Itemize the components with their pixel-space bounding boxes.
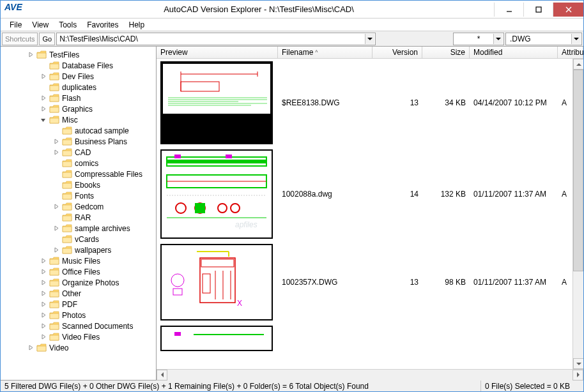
tree-item[interactable]: TestFiles	[1, 49, 156, 60]
tree-item[interactable]: sample archives	[1, 223, 156, 234]
expander-icon[interactable]	[52, 127, 59, 135]
column-header-attribut[interactable]: Attribut	[558, 47, 583, 58]
expander-icon[interactable]	[52, 181, 59, 189]
svg-text:apfiles: apfiles	[235, 220, 257, 229]
tree-item[interactable]: CAD	[1, 147, 156, 158]
tree-item[interactable]: Scanned Documents	[1, 320, 156, 331]
tree-item[interactable]: Video Files	[1, 331, 156, 342]
filter-ext-input[interactable]: .DWG	[505, 33, 582, 45]
scroll-up-icon[interactable]	[573, 59, 584, 70]
close-button[interactable]	[553, 3, 583, 17]
tree-item[interactable]: Flash	[1, 93, 156, 103]
filter-ext-dropdown-icon[interactable]	[571, 34, 581, 44]
expander-icon[interactable]	[39, 333, 47, 341]
tree-label: comics	[75, 159, 98, 168]
scroll-thumb[interactable]	[573, 70, 583, 271]
expander-icon[interactable]	[39, 279, 47, 287]
menu-view[interactable]: View	[27, 19, 54, 31]
tree-label: sample archives	[75, 224, 130, 233]
tree-item[interactable]: Fonts	[1, 190, 156, 201]
tree-item[interactable]: vCards	[1, 234, 156, 245]
file-row[interactable]	[157, 323, 583, 354]
file-row[interactable]: $REE8138.DWG1334 KB04/14/2007 10:12 PMA	[157, 59, 583, 147]
tree-item[interactable]: Photos	[1, 310, 156, 320]
filename-cell	[278, 337, 373, 340]
tree-label: Fonts	[75, 192, 94, 200]
scroll-left-icon[interactable]	[157, 370, 167, 381]
tree-item[interactable]: Database Files	[1, 60, 156, 71]
expander-icon[interactable]	[52, 192, 59, 200]
expander-icon[interactable]	[52, 149, 59, 156]
menu-help[interactable]: Help	[124, 19, 150, 31]
expander-icon[interactable]	[52, 138, 59, 146]
shortcuts-button[interactable]: Shortcuts	[2, 33, 38, 45]
expander-icon[interactable]	[39, 116, 47, 124]
tree-item[interactable]: autocad sample	[1, 125, 156, 136]
expander-icon[interactable]	[39, 312, 47, 319]
expander-icon[interactable]	[39, 62, 47, 70]
filter-glob-dropdown-icon[interactable]	[493, 34, 503, 44]
expander-icon[interactable]	[52, 214, 59, 222]
tree-item[interactable]: Compressable Files	[1, 169, 156, 179]
tree-item[interactable]: RAR	[1, 212, 156, 223]
expander-icon[interactable]	[39, 268, 47, 276]
tree-item[interactable]: Music Files	[1, 255, 156, 266]
expander-icon[interactable]	[39, 301, 47, 308]
tree-item[interactable]: Graphics	[1, 103, 156, 114]
column-header-filename[interactable]: Filename^	[278, 47, 373, 58]
tree-item[interactable]: Organize Photos	[1, 277, 156, 288]
path-input[interactable]: N:\TestFiles\Misc\CAD\	[56, 33, 376, 45]
file-row[interactable]: apfiles1002088a.dwg14132 KB01/11/2007 11…	[157, 147, 583, 241]
horizontal-scrollbar[interactable]	[157, 369, 583, 380]
scroll-track-h[interactable]	[167, 370, 572, 381]
tree-item[interactable]: duplicates	[1, 82, 156, 93]
menu-file[interactable]: File	[4, 19, 27, 31]
column-header-size[interactable]: Size	[422, 47, 470, 58]
tree-item[interactable]: Dev Files	[1, 71, 156, 82]
scroll-down-icon[interactable]	[573, 358, 584, 369]
expander-icon[interactable]	[39, 105, 47, 113]
expander-icon[interactable]	[52, 236, 59, 243]
tree-item[interactable]: Gedcom	[1, 201, 156, 212]
vertical-scrollbar[interactable]	[572, 59, 583, 369]
minimize-button[interactable]	[494, 3, 523, 17]
svg-marker-69	[161, 372, 164, 377]
expander-icon[interactable]	[52, 170, 59, 178]
column-header-version[interactable]: Version	[373, 47, 422, 58]
menu-favorites[interactable]: Favorites	[82, 19, 123, 31]
tree-item[interactable]: Misc	[1, 114, 156, 125]
expander-icon[interactable]	[52, 160, 59, 167]
thumbnail: X	[160, 244, 273, 320]
expander-icon[interactable]	[39, 84, 47, 91]
menu-tools[interactable]: Tools	[54, 19, 82, 31]
maximize-button[interactable]	[523, 3, 553, 17]
tree-item[interactable]: Video	[1, 342, 156, 353]
expander-icon[interactable]	[52, 225, 59, 232]
scroll-track[interactable]	[573, 70, 583, 358]
path-dropdown-icon[interactable]	[365, 34, 374, 44]
column-header-modified[interactable]: Modified	[470, 47, 558, 58]
expander-icon[interactable]	[39, 322, 47, 330]
scroll-right-icon[interactable]	[572, 370, 583, 381]
expander-icon[interactable]	[52, 246, 59, 254]
file-list[interactable]: $REE8138.DWG1334 KB04/14/2007 10:12 PMAa…	[157, 59, 583, 369]
expander-icon[interactable]	[39, 290, 47, 298]
go-button[interactable]: Go	[39, 33, 55, 45]
file-row[interactable]: X1002357X.DWG1398 KB01/11/2007 11:37 AMA	[157, 241, 583, 323]
expander-icon[interactable]	[39, 257, 47, 265]
column-header-preview[interactable]: Preview	[157, 47, 278, 58]
expander-icon[interactable]	[52, 203, 59, 211]
tree-item[interactable]: Other	[1, 288, 156, 299]
tree-item[interactable]: Ebooks	[1, 179, 156, 190]
expander-icon[interactable]	[39, 73, 47, 80]
tree-item[interactable]: wallpapers	[1, 245, 156, 255]
expander-icon[interactable]	[39, 94, 47, 102]
tree-item[interactable]: comics	[1, 158, 156, 169]
tree-item[interactable]: Business Plans	[1, 136, 156, 147]
filter-glob-input[interactable]: *	[453, 33, 504, 45]
folder-tree[interactable]: TestFilesDatabase FilesDev Filesduplicat…	[1, 47, 157, 380]
expander-icon[interactable]	[26, 344, 34, 352]
tree-item[interactable]: Office Files	[1, 266, 156, 277]
expander-icon[interactable]	[26, 51, 34, 59]
tree-item[interactable]: PDF	[1, 299, 156, 310]
